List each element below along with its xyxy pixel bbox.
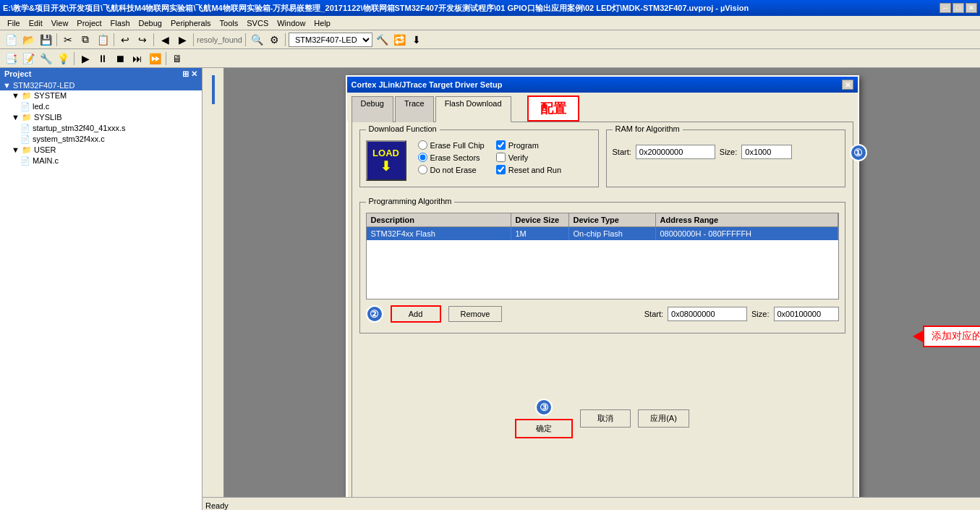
cancel-button[interactable]: 取消 [580, 409, 631, 428]
table-row-0[interactable]: STM32F4xx Flash 1M On-chip Flash 0800000… [367, 227, 838, 240]
menu-file[interactable]: File [3, 17, 25, 29]
tb2-btn7[interactable]: ⏹ [112, 51, 128, 67]
bubble-2: ② [366, 305, 383, 323]
do-not-erase-radio[interactable]: Do not Erase [418, 165, 485, 174]
minimize-button[interactable]: ─ [939, 3, 951, 13]
verify-label: Verify [508, 153, 529, 162]
menu-tools[interactable]: Tools [216, 17, 243, 29]
undo-btn[interactable]: ↩ [117, 32, 133, 48]
add-button[interactable]: Add [391, 305, 441, 323]
reset-run-checkbox[interactable] [496, 165, 506, 174]
project-icons: ⊞ ✕ [182, 69, 197, 79]
save-btn[interactable]: 💾 [38, 32, 54, 48]
verify-checkbox-item[interactable]: Verify [496, 153, 561, 162]
tree-item-led[interactable]: 📄 led.c [0, 101, 202, 112]
program-label: Program [508, 141, 539, 150]
algo-start-label: Start: [644, 310, 663, 318]
forward-btn[interactable]: ▶ [174, 32, 190, 48]
verify-checkbox[interactable] [496, 153, 506, 162]
download-btn[interactable]: ⬇ [409, 32, 425, 48]
apply-button[interactable]: 应用(A) [638, 409, 689, 428]
tree-item-system[interactable]: ▼ 📁 SYSTEM [0, 90, 202, 101]
tree-arrow: ▼ [3, 81, 11, 90]
menu-edit[interactable]: Edit [25, 17, 47, 29]
new-file-btn[interactable]: 📄 [3, 32, 19, 48]
size-label: Size: [720, 148, 737, 156]
search-btn[interactable]: 🔍 [249, 32, 265, 48]
erase-full-chip-radio[interactable]: Erase Full Chip [418, 140, 485, 150]
erase-sectors-input[interactable] [418, 153, 427, 162]
redo-btn[interactable]: ↪ [135, 32, 150, 48]
close-button[interactable]: ✕ [966, 3, 977, 13]
start-label: Start: [613, 148, 631, 156]
tb2-btn1[interactable]: 📑 [3, 51, 19, 67]
target-select[interactable]: STM32F407-LED [289, 33, 372, 47]
ram-size-input[interactable] [741, 145, 792, 159]
top-row: Download Function LOAD ⬇ [359, 129, 845, 195]
erase-full-chip-input[interactable] [418, 140, 427, 150]
tb2-btn9[interactable]: ⏩ [147, 51, 163, 67]
erase-sectors-radio[interactable]: Erase Sectors [418, 153, 485, 162]
load-icon-symbol: ⬇ [380, 158, 391, 174]
tb2-btn6[interactable]: ⏸ [95, 51, 111, 67]
menu-window[interactable]: Window [273, 17, 310, 29]
tree-item-startup[interactable]: 📄 startup_stm32f40_41xxx.s [0, 123, 202, 134]
tab-debug[interactable]: Debug [351, 96, 393, 122]
reset-run-checkbox-item[interactable]: Reset and Run [496, 165, 561, 174]
open-btn[interactable]: 📂 [20, 32, 36, 48]
ok-button[interactable]: 确定 [515, 419, 573, 438]
callout-arrow [913, 331, 923, 342]
tb2-btn3[interactable]: 🔧 [38, 51, 54, 67]
back-btn[interactable]: ◀ [157, 32, 173, 48]
tree-item-user[interactable]: ▼ 📁 USER [0, 145, 202, 156]
tree-item-system-c[interactable]: 📄 system_stm32f4xx.c [0, 134, 202, 145]
paste-btn[interactable]: 📋 [95, 32, 111, 48]
tb2-btn8[interactable]: ⏭ [129, 51, 145, 67]
toolbar-2: 📑 📝 🔧 💡 ▶ ⏸ ⏹ ⏭ ⏩ 🖥 [0, 49, 980, 68]
do-not-erase-input[interactable] [418, 165, 427, 174]
rebuild-btn[interactable]: 🔁 [391, 32, 407, 48]
dialog-overlay: Cortex JLink/JTrace Target Driver Setup … [224, 68, 980, 510]
tree-item-stm32[interactable]: ▼ STM32F407-LED [0, 80, 202, 90]
menu-svcs[interactable]: SVCS [242, 17, 273, 29]
cut-btn[interactable]: ✂ [60, 32, 76, 48]
menu-peripherals[interactable]: Peripherals [166, 17, 216, 29]
tb2-btn4[interactable]: 💡 [55, 51, 71, 67]
annotation-1-container: ① [850, 144, 867, 161]
tree-arrow-system: ▼ [12, 91, 20, 100]
program-checkbox-item[interactable]: Program [496, 140, 561, 150]
menu-debug[interactable]: Debug [135, 17, 166, 29]
ram-start-input[interactable] [636, 145, 715, 159]
tree-arrow-syslib: ▼ [12, 113, 20, 122]
remove-button[interactable]: Remove [448, 306, 503, 322]
tab-flash-download[interactable]: Flash Download [435, 96, 511, 122]
sep-6 [285, 33, 286, 46]
dialog-close-btn[interactable]: ✕ [842, 80, 853, 90]
copy-btn[interactable]: ⧉ [77, 32, 93, 48]
algo-start-input[interactable] [668, 307, 747, 321]
tree-item-syslib[interactable]: ▼ 📁 SYSLIB [0, 112, 202, 123]
menu-flash[interactable]: Flash [106, 17, 135, 29]
erase-sectors-label: Erase Sectors [430, 153, 480, 162]
menu-project[interactable]: Project [72, 17, 106, 29]
tb2-btn5[interactable]: ▶ [77, 51, 93, 67]
bottom-spacer [359, 341, 845, 399]
callout-box: 添加对应的芯片 [923, 326, 981, 347]
row-0-type: On-chip Flash [569, 227, 656, 240]
menu-bar: File Edit View Project Flash Debug Perip… [0, 16, 980, 30]
dialog-title-bar: Cortex JLink/JTrace Target Driver Setup … [347, 77, 858, 93]
row-0-size: 1M [511, 227, 569, 240]
tb2-btn10[interactable]: 🖥 [169, 51, 185, 67]
tree-item-main[interactable]: 📄 MAIN.c [0, 156, 202, 166]
settings-btn[interactable]: ⚙ [266, 32, 282, 48]
tab-trace[interactable]: Trace [395, 96, 434, 122]
menu-view[interactable]: View [47, 17, 73, 29]
algo-size-input[interactable] [774, 307, 839, 321]
add-remove-row: ② Add Remove Start: Size: [366, 305, 839, 323]
program-checkbox[interactable] [496, 140, 506, 150]
tb2-btn2[interactable]: 📝 [20, 51, 36, 67]
do-not-erase-label: Do not Erase [430, 166, 477, 174]
build-btn[interactable]: 🔨 [374, 32, 390, 48]
menu-help[interactable]: Help [310, 17, 335, 29]
maximize-button[interactable]: □ [953, 3, 964, 13]
